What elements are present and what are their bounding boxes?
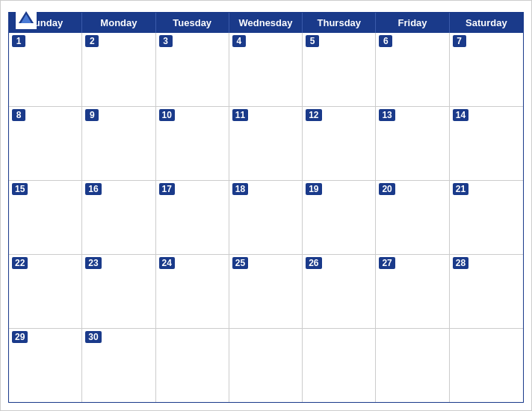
- day-cell-empty-4-6: [450, 329, 523, 402]
- day-cell-19: 19: [303, 181, 376, 254]
- day-cell-18: 18: [229, 181, 303, 254]
- day-number-16: 16: [85, 183, 101, 195]
- header-saturday: Saturday: [450, 13, 523, 33]
- day-cell-24: 24: [156, 255, 229, 328]
- day-cell-30: 30: [82, 329, 155, 402]
- day-cell-28: 28: [450, 255, 523, 328]
- day-cell-empty-4-2: [156, 329, 229, 402]
- day-number-24: 24: [159, 257, 175, 269]
- day-cell-empty-4-3: [229, 329, 303, 402]
- day-number-21: 21: [453, 183, 468, 195]
- day-cell-13: 13: [376, 107, 449, 180]
- day-cell-12: 12: [303, 107, 376, 180]
- day-number-5: 5: [306, 35, 319, 47]
- day-headers: Sunday Monday Tuesday Wednesday Thursday…: [9, 13, 523, 33]
- day-number-18: 18: [232, 183, 248, 195]
- day-number-27: 27: [379, 257, 395, 269]
- day-cell-empty-4-5: [376, 329, 449, 402]
- day-number-7: 7: [453, 35, 466, 47]
- day-number-6: 6: [379, 35, 392, 47]
- day-cell-21: 21: [450, 181, 523, 254]
- week-row-1: 1234567: [9, 33, 523, 107]
- day-number-14: 14: [453, 109, 468, 121]
- day-number-28: 28: [453, 257, 468, 269]
- day-cell-empty-4-4: [303, 329, 376, 402]
- day-cell-26: 26: [303, 255, 376, 328]
- header-monday: Monday: [82, 13, 155, 33]
- day-number-9: 9: [85, 109, 99, 121]
- day-cell-14: 14: [450, 107, 523, 180]
- day-number-10: 10: [159, 109, 175, 121]
- week-row-4: 22232425262728: [9, 255, 523, 329]
- header-friday: Friday: [376, 13, 449, 33]
- logo: [16, 8, 40, 29]
- day-number-25: 25: [232, 257, 248, 269]
- day-cell-20: 20: [376, 181, 449, 254]
- day-number-15: 15: [12, 183, 28, 195]
- day-cell-10: 10: [156, 107, 229, 180]
- day-number-17: 17: [159, 183, 175, 195]
- day-number-19: 19: [306, 183, 321, 195]
- day-cell-3: 3: [156, 33, 229, 106]
- week-row-3: 15161718192021: [9, 181, 523, 255]
- day-number-30: 30: [85, 331, 101, 343]
- day-number-13: 13: [379, 109, 395, 121]
- day-number-22: 22: [12, 257, 28, 269]
- calendar-body: 1234567891011121314151617181920212223242…: [9, 33, 523, 402]
- day-cell-8: 8: [9, 107, 82, 180]
- day-number-29: 29: [12, 331, 28, 343]
- day-number-8: 8: [12, 109, 25, 121]
- day-number-3: 3: [159, 35, 173, 47]
- day-cell-2: 2: [82, 33, 155, 106]
- day-cell-16: 16: [82, 181, 155, 254]
- day-number-23: 23: [85, 257, 101, 269]
- day-cell-5: 5: [303, 33, 376, 106]
- day-cell-23: 23: [82, 255, 155, 328]
- header-thursday: Thursday: [303, 13, 376, 33]
- week-row-5: 2930: [9, 329, 523, 402]
- day-cell-29: 29: [9, 329, 82, 402]
- week-row-2: 891011121314: [9, 107, 523, 181]
- day-cell-27: 27: [376, 255, 449, 328]
- day-cell-9: 9: [82, 107, 155, 180]
- day-number-2: 2: [85, 35, 99, 47]
- day-cell-22: 22: [9, 255, 82, 328]
- day-number-11: 11: [232, 109, 248, 121]
- day-cell-7: 7: [450, 33, 523, 106]
- day-number-12: 12: [306, 109, 321, 121]
- header-tuesday: Tuesday: [156, 13, 229, 33]
- day-cell-25: 25: [229, 255, 303, 328]
- day-number-20: 20: [379, 183, 395, 195]
- calendar-header: [1, 1, 531, 12]
- header-wednesday: Wednesday: [229, 13, 303, 33]
- day-number-1: 1: [12, 35, 25, 47]
- day-cell-6: 6: [376, 33, 449, 106]
- day-number-26: 26: [306, 257, 321, 269]
- day-cell-4: 4: [229, 33, 303, 106]
- day-cell-17: 17: [156, 181, 229, 254]
- day-cell-1: 1: [9, 33, 82, 106]
- logo-icon: [16, 8, 37, 29]
- day-cell-11: 11: [229, 107, 303, 180]
- day-cell-15: 15: [9, 181, 82, 254]
- calendar-container: Sunday Monday Tuesday Wednesday Thursday…: [0, 0, 532, 411]
- day-number-4: 4: [232, 35, 246, 47]
- calendar-table: Sunday Monday Tuesday Wednesday Thursday…: [8, 12, 524, 403]
